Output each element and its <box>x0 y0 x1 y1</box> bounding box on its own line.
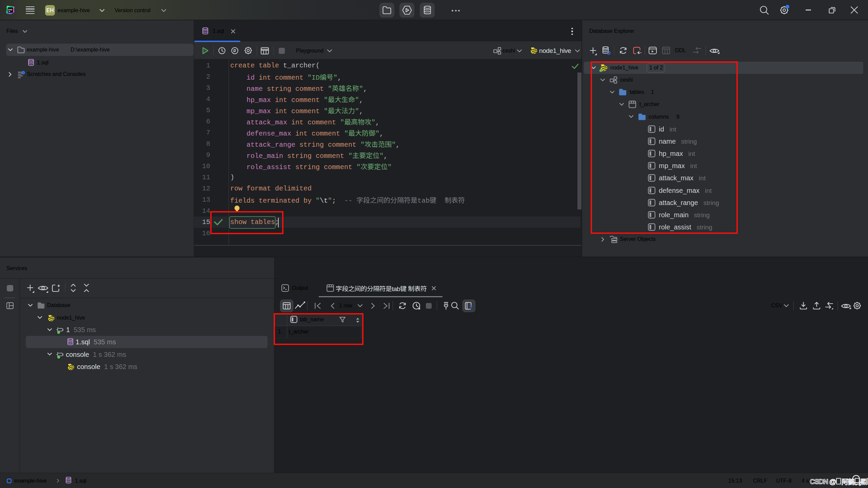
svg-text:DG: DG <box>8 8 12 11</box>
